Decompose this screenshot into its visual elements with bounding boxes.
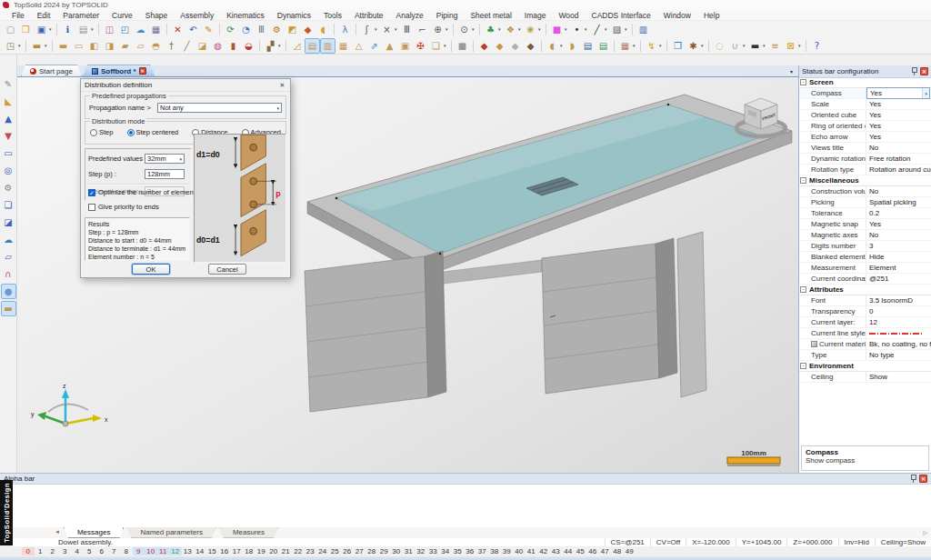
menu-curve[interactable]: Curve <box>105 11 139 20</box>
layer-31[interactable]: 31 <box>403 547 415 555</box>
delete-icon[interactable]: ✕ <box>170 22 185 37</box>
export-icon[interactable]: ☁ <box>133 22 148 37</box>
menu-window[interactable]: Window <box>657 11 697 20</box>
chevron-down-icon[interactable] <box>922 88 929 98</box>
layer-37[interactable]: 37 <box>476 547 489 555</box>
prop-value[interactable] <box>866 328 931 338</box>
prop-rotation-type[interactable]: Rotation typeRotation around current fr.… <box>799 165 931 175</box>
wood-part-icon[interactable]: ▬ <box>29 38 45 54</box>
unfold-icon[interactable]: ◗ <box>565 38 580 54</box>
screw-icon[interactable]: † <box>164 38 179 54</box>
tab-named-parameters[interactable]: Named parameters <box>126 527 215 538</box>
prop-value[interactable]: Yes <box>866 219 931 229</box>
frame-part-icon[interactable]: ▰ <box>117 38 133 54</box>
step-input[interactable] <box>145 169 185 179</box>
frame-tools-icon[interactable]: ⌐ <box>415 22 430 37</box>
cap-red-icon[interactable]: ◆ <box>476 38 492 54</box>
menu-image[interactable]: Image <box>518 11 553 20</box>
undo-icon[interactable]: ↶ <box>185 22 201 37</box>
layer-35[interactable]: 35 <box>452 547 465 555</box>
layer-11[interactable]: 11 <box>157 547 170 555</box>
layer-10[interactable]: 10 <box>145 547 157 555</box>
layer-30[interactable]: 30 <box>390 547 403 555</box>
groove-icon[interactable]: ▤ <box>305 38 320 54</box>
layer-28[interactable]: 28 <box>365 547 378 555</box>
prop-value[interactable]: Yes <box>866 99 931 109</box>
dropdown-arrow-icon[interactable]: ▾ <box>91 26 95 32</box>
saw-icon[interactable]: ▞ <box>263 38 278 54</box>
layer-32[interactable]: 32 <box>415 547 427 555</box>
drill-tool-icon[interactable]: ▼ <box>1 128 16 144</box>
layer-1[interactable]: 1 <box>35 547 47 555</box>
wall-icon[interactable]: ▦ <box>617 38 633 54</box>
menu-dynamics[interactable]: Dynamics <box>271 11 317 20</box>
menu-piping[interactable]: Piping <box>430 11 465 20</box>
dropdown-arrow-icon[interactable]: ▾ <box>659 43 664 48</box>
optimize-elements-checkbox[interactable]: Optimize the number of elements <box>88 188 198 196</box>
prop-type[interactable]: TypeNo type <box>799 350 931 361</box>
prop-value[interactable]: Free rotation <box>866 154 931 164</box>
section-environment[interactable]: -Environment <box>799 361 931 372</box>
cap-part-icon[interactable]: ◒ <box>241 38 256 54</box>
update-icon[interactable]: ⟳ <box>223 22 238 37</box>
close-icon[interactable] <box>920 67 928 75</box>
layer-8[interactable]: 8 <box>120 547 133 555</box>
prop-tolerance[interactable]: Tolerance0.2 <box>799 208 931 219</box>
analyze-bars-icon[interactable]: Ⅲ <box>254 22 269 37</box>
prop-value[interactable]: No <box>866 143 931 153</box>
open-document-icon[interactable]: ❒ <box>18 22 34 37</box>
layer-21[interactable]: 21 <box>280 547 293 555</box>
menu-kinematics[interactable]: Kinematics <box>220 11 271 20</box>
sheet-doc-icon[interactable]: ▤ <box>580 38 596 54</box>
help-icon[interactable]: ? <box>809 38 825 54</box>
menu-cadds-interface[interactable]: CADDS Interface <box>586 11 657 20</box>
stack-icon[interactable]: ≡ <box>767 38 783 54</box>
sphere-icon[interactable]: ● <box>1 284 16 299</box>
menu-assembly[interactable]: Assembly <box>174 11 220 20</box>
prop-value[interactable]: No <box>866 186 931 196</box>
menu-analyze[interactable]: Analyze <box>390 11 430 20</box>
curve-tools-icon[interactable]: ʃ <box>359 22 375 37</box>
menu-parameter[interactable]: Parameter <box>56 11 105 20</box>
new-document-icon[interactable]: ▢ <box>3 22 18 37</box>
cut-icon[interactable]: ◪ <box>195 38 210 54</box>
layer-40[interactable]: 40 <box>513 547 526 555</box>
layer-26[interactable]: 26 <box>341 547 354 555</box>
alpha-bar-content[interactable] <box>0 485 931 528</box>
layer-45[interactable]: 45 <box>575 547 587 555</box>
material-basket-icon[interactable]: ❖ <box>503 22 518 37</box>
pocket-icon[interactable]: ▣ <box>397 38 413 54</box>
sheet-doc-green-icon[interactable]: ▤ <box>596 38 611 54</box>
color-swatch[interactable]: ■ <box>549 22 565 37</box>
hatch-style-icon[interactable]: ▨ <box>609 22 625 37</box>
tab-messages[interactable]: Messages <box>64 527 124 538</box>
prop-compass[interactable]: CompassYes <box>799 88 931 99</box>
dropdown-arrow-icon[interactable]: ▾ <box>538 26 543 32</box>
prop-value[interactable]: No type <box>866 350 931 360</box>
wood-board-icon[interactable]: ▬ <box>1 301 16 316</box>
edge-icon[interactable]: ▦ <box>335 38 351 54</box>
layer-5[interactable]: 5 <box>84 547 96 555</box>
modify-icon[interactable]: ✎ <box>201 22 216 37</box>
menu-shape[interactable]: Shape <box>139 11 175 20</box>
layer-25[interactable]: 25 <box>329 547 342 555</box>
dropdown-arrow-icon[interactable]: ▾ <box>278 43 283 48</box>
probe-icon[interactable]: ◆ <box>300 22 315 37</box>
menu-wood[interactable]: Wood <box>552 11 585 20</box>
prop-value[interactable]: No <box>866 230 931 240</box>
layer-44[interactable]: 44 <box>562 547 575 555</box>
copy-icon[interactable]: ❐ <box>670 38 686 54</box>
layer-13[interactable]: 13 <box>182 547 195 555</box>
tab-close-icon[interactable] <box>139 67 146 75</box>
menu-edit[interactable]: Edit <box>31 11 57 20</box>
import-icon[interactable]: ◰ <box>117 22 133 37</box>
notebook-icon[interactable]: ▥ <box>636 22 651 37</box>
layer-23[interactable]: 23 <box>305 547 317 555</box>
prop-current-material[interactable]: Current materialBk, no coating, no finis… <box>799 339 931 350</box>
pin-icon[interactable] <box>911 475 916 483</box>
prop-magnetic-axes[interactable]: Magnetic axesNo <box>799 230 931 241</box>
pin-icon[interactable] <box>912 67 917 75</box>
wood-document-icon[interactable]: ◳ <box>3 38 18 54</box>
layer-48[interactable]: 48 <box>611 547 624 555</box>
tab-start-page[interactable]: Start page <box>21 65 82 76</box>
